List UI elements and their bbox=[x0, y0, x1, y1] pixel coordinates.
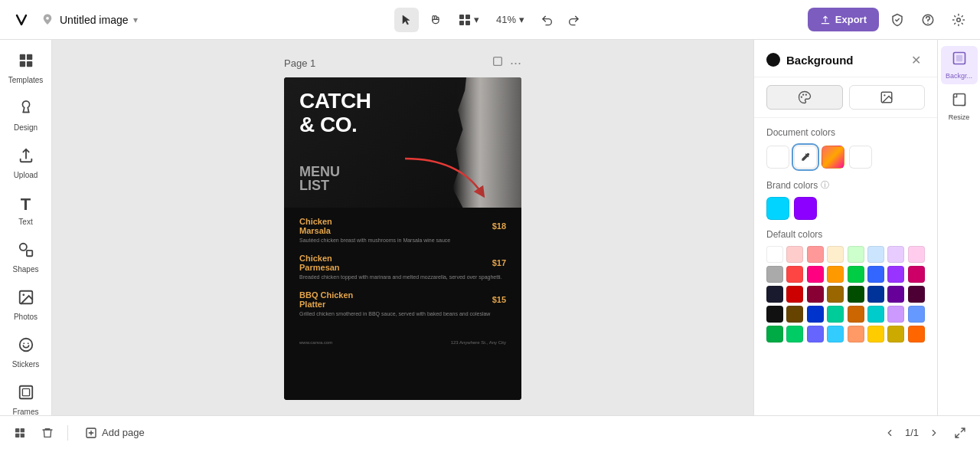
strip-item-background[interactable]: Backgr... bbox=[941, 46, 978, 84]
sidebar-item-text[interactable]: T Text bbox=[4, 188, 48, 232]
resize-strip-icon bbox=[952, 92, 967, 111]
add-page-label: Add page bbox=[102, 427, 145, 438]
page-icons: ··· bbox=[492, 55, 521, 71]
color-swatch-36[interactable] bbox=[827, 326, 844, 342]
doc-color-eyedropper[interactable] bbox=[794, 146, 817, 169]
doc-colors-label: Document colors bbox=[766, 127, 925, 138]
color-swatch-5[interactable] bbox=[848, 246, 864, 263]
svg-rect-20 bbox=[22, 388, 29, 395]
sidebar-item-stickers[interactable]: Stickers bbox=[4, 330, 48, 375]
color-swatch-2[interactable] bbox=[786, 246, 803, 263]
color-swatch-40[interactable] bbox=[908, 326, 925, 342]
color-swatch-11[interactable] bbox=[807, 266, 824, 283]
color-swatch-3[interactable] bbox=[807, 246, 824, 263]
sidebar-item-upload[interactable]: Upload bbox=[4, 141, 48, 185]
frames-icon bbox=[18, 384, 34, 405]
color-swatch-22[interactable] bbox=[867, 286, 884, 303]
settings-button[interactable] bbox=[946, 8, 971, 32]
svg-rect-4 bbox=[466, 21, 470, 25]
color-swatch-4[interactable] bbox=[827, 246, 844, 263]
color-swatch-32[interactable] bbox=[908, 306, 925, 323]
page-more-icon[interactable]: ··· bbox=[510, 55, 521, 71]
panel-close-button[interactable]: ✕ bbox=[906, 51, 925, 69]
shapes-icon bbox=[18, 241, 34, 262]
color-swatch-13[interactable] bbox=[848, 266, 864, 283]
delete-button[interactable] bbox=[37, 422, 58, 444]
svg-rect-11 bbox=[26, 61, 31, 67]
color-swatch-18[interactable] bbox=[786, 286, 803, 303]
color-swatch-21[interactable] bbox=[848, 286, 864, 303]
color-swatch-9[interactable] bbox=[766, 266, 783, 283]
color-swatch-1[interactable] bbox=[766, 246, 783, 263]
color-swatch-20[interactable] bbox=[827, 286, 844, 303]
color-swatch-27[interactable] bbox=[807, 306, 824, 323]
zoom-button[interactable]: 41% ▾ bbox=[490, 11, 531, 28]
color-swatch-19[interactable] bbox=[807, 286, 824, 303]
main-layout: Templates Design Upload T Text bbox=[0, 40, 980, 415]
brand-color-purple[interactable] bbox=[794, 197, 817, 220]
next-page-button[interactable] bbox=[925, 424, 943, 442]
color-swatch-38[interactable] bbox=[867, 326, 884, 342]
logo-button[interactable] bbox=[9, 8, 34, 32]
sidebar-item-templates[interactable]: Templates bbox=[4, 46, 48, 90]
sidebar-item-frames[interactable]: Frames bbox=[4, 378, 48, 415]
color-swatch-30[interactable] bbox=[867, 306, 884, 323]
grid-view-button[interactable] bbox=[9, 422, 31, 444]
templates-label: Templates bbox=[8, 76, 44, 84]
color-swatch-29[interactable] bbox=[848, 306, 864, 323]
sidebar-item-shapes[interactable]: Shapes bbox=[4, 235, 48, 280]
color-swatch-12[interactable] bbox=[827, 266, 844, 283]
color-swatch-23[interactable] bbox=[887, 286, 904, 303]
color-swatch-37[interactable] bbox=[848, 326, 864, 342]
sidebar-item-photos[interactable]: Photos bbox=[4, 283, 48, 327]
color-swatch-10[interactable] bbox=[786, 266, 803, 283]
add-page-button[interactable]: Add page bbox=[77, 422, 152, 444]
svg-rect-34 bbox=[21, 433, 24, 437]
stickers-icon bbox=[18, 336, 34, 357]
color-swatch-39[interactable] bbox=[887, 326, 904, 342]
strip-item-resize[interactable]: Resize bbox=[941, 87, 978, 126]
svg-point-6 bbox=[927, 22, 929, 24]
shield-button[interactable] bbox=[885, 8, 910, 32]
tab-paint[interactable] bbox=[766, 85, 843, 110]
menu-item-chicken-parmesan: ChickenParmesan $17 Breaded chicken topp… bbox=[299, 254, 506, 281]
doc-color-empty[interactable] bbox=[849, 146, 872, 169]
color-swatch-14[interactable] bbox=[867, 266, 884, 283]
expand-button[interactable] bbox=[949, 422, 971, 444]
hand-tool-button[interactable] bbox=[423, 8, 448, 32]
color-swatch-28[interactable] bbox=[827, 306, 844, 323]
color-swatch-35[interactable] bbox=[807, 326, 824, 342]
sidebar-item-design[interactable]: Design bbox=[4, 93, 48, 138]
doc-color-white[interactable] bbox=[766, 146, 789, 169]
color-swatch-34[interactable] bbox=[786, 326, 803, 342]
page-navigation: 1/1 bbox=[880, 424, 943, 442]
color-swatch-24[interactable] bbox=[908, 286, 925, 303]
brand-color-cyan[interactable] bbox=[766, 197, 789, 220]
doc-color-gradient[interactable] bbox=[822, 146, 844, 169]
color-swatch-8[interactable] bbox=[908, 246, 925, 263]
color-swatch-15[interactable] bbox=[887, 266, 904, 283]
export-button[interactable]: Export bbox=[808, 8, 879, 31]
menu-card[interactable]: CATCH& CO. MENULIST ChickenMarsala $18 bbox=[284, 77, 521, 400]
prev-page-button[interactable] bbox=[880, 424, 899, 442]
color-swatch-26[interactable] bbox=[786, 306, 803, 323]
color-swatch-17[interactable] bbox=[766, 286, 783, 303]
page-icon1[interactable] bbox=[492, 55, 504, 71]
undo-button[interactable] bbox=[535, 8, 560, 32]
color-swatch-16[interactable] bbox=[908, 266, 925, 283]
svg-point-0 bbox=[46, 16, 49, 19]
color-swatch-7[interactable] bbox=[887, 246, 904, 263]
document-title[interactable]: Untitled image bbox=[60, 14, 129, 26]
color-swatch-31[interactable] bbox=[887, 306, 904, 323]
select-tool-button[interactable] bbox=[394, 8, 419, 32]
menu-items-section: ChickenMarsala $18 Sautéed chicken breas… bbox=[284, 208, 521, 336]
help-button[interactable] bbox=[916, 8, 940, 32]
color-swatch-33[interactable] bbox=[766, 326, 783, 342]
redo-button[interactable] bbox=[561, 8, 586, 32]
brand-info-icon[interactable]: ⓘ bbox=[821, 179, 829, 191]
layout-button[interactable]: ▾ bbox=[452, 11, 485, 29]
canvas-area: Page 1 ··· CATCH& CO. MENULIST bbox=[52, 40, 753, 415]
color-swatch-25[interactable] bbox=[766, 306, 783, 323]
tab-image[interactable] bbox=[849, 85, 926, 110]
color-swatch-6[interactable] bbox=[867, 246, 884, 263]
